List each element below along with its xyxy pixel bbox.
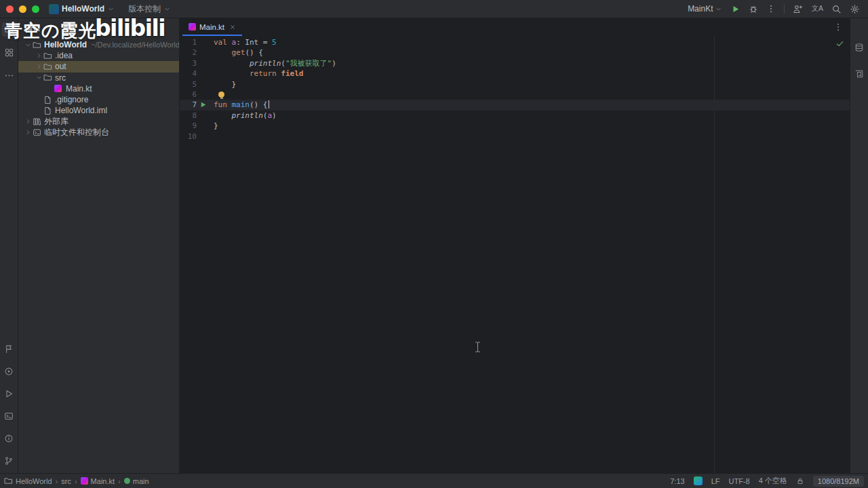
code-line-9[interactable]: 9}: [180, 121, 850, 131]
translate-icon[interactable]: 文A: [811, 4, 823, 14]
version-control-tool-window-icon[interactable]: [2, 453, 16, 468]
line-number: 6: [192, 89, 197, 100]
chevron-right-icon[interactable]: [24, 118, 33, 125]
kotlin-file-icon: [189, 23, 196, 30]
statusbar: HelloWorld›src›Main.kt›main 7:13 LF UTF-…: [0, 473, 868, 488]
memory-indicator[interactable]: 1080/8192M: [813, 476, 864, 487]
code-line-2[interactable]: 2 get() {: [180, 47, 850, 58]
code-text: println(a): [214, 110, 850, 121]
debug-button[interactable]: [749, 4, 758, 14]
breadcrumb-src[interactable]: src: [61, 477, 71, 485]
text-caret: [269, 100, 270, 108]
lock-icon[interactable]: [796, 477, 804, 485]
project-widget[interactable]: HelloWorld: [45, 2, 119, 16]
code-line-8[interactable]: 8 println(a): [180, 110, 850, 121]
vcs-label: 版本控制: [128, 3, 161, 15]
breadcrumb-label: src: [61, 477, 71, 485]
code-line-5[interactable]: 5 }: [180, 79, 850, 89]
line-number: 10: [188, 131, 197, 142]
chevron-down-icon[interactable]: [35, 74, 43, 81]
right-tool-strip: [850, 18, 868, 473]
close-window-button[interactable]: [6, 5, 14, 13]
problems-tool-window-icon[interactable]: [2, 431, 16, 445]
run-gutter-icon[interactable]: [199, 101, 207, 108]
breadcrumb-main[interactable]: main: [124, 477, 149, 485]
intention-bulb-icon[interactable]: [218, 92, 224, 98]
chevron-right-icon[interactable]: [24, 129, 33, 136]
settings-gear-icon[interactable]: [850, 4, 860, 14]
tree-item--[interactable]: 临时文件和控制台: [18, 127, 179, 138]
code-editor[interactable]: 1val a: Int = 52 get() {3 println("我被获取了…: [180, 36, 850, 473]
tree-item-label: src: [55, 73, 66, 83]
tree-item--[interactable]: 外部库: [18, 116, 179, 127]
code-with-me-icon[interactable]: [793, 4, 803, 14]
code-text: [214, 131, 850, 142]
line-number: 9: [192, 121, 197, 131]
tree-item-src[interactable]: src: [18, 73, 179, 83]
tree-item-out[interactable]: out: [18, 61, 179, 72]
editor-options-icon[interactable]: [833, 22, 843, 32]
project-tool-window-icon[interactable]: [2, 22, 16, 37]
breadcrumb-helloworld[interactable]: HelloWorld: [4, 476, 52, 485]
line-number: 5: [192, 79, 197, 89]
chevron-right-icon[interactable]: [35, 63, 43, 70]
run-button[interactable]: [730, 4, 741, 14]
tree-item-label: out: [55, 62, 66, 71]
folder-icon: [4, 476, 13, 485]
inspections-ok-icon[interactable]: [835, 39, 844, 48]
line-separator[interactable]: LF: [711, 477, 720, 485]
code-text: }: [214, 121, 850, 131]
left-strip-top: [2, 22, 16, 83]
bookmarks-tool-window-icon[interactable]: [2, 342, 16, 356]
tree-item-helloworld.iml[interactable]: HelloWorld.iml: [18, 105, 179, 116]
input-method-icon[interactable]: [694, 476, 703, 485]
line-number: 2: [192, 47, 197, 58]
cursor-position[interactable]: 7:13: [670, 477, 684, 485]
run-tool-window-icon[interactable]: [2, 386, 16, 401]
file-encoding[interactable]: UTF-8: [728, 477, 749, 485]
kotlin-icon: [81, 477, 88, 485]
maximize-window-button[interactable]: [32, 5, 39, 13]
search-icon[interactable]: [831, 4, 842, 14]
code-line-1[interactable]: 1val a: Int = 5: [180, 37, 850, 47]
run-config-widget[interactable]: MainKt: [688, 4, 722, 14]
project-tree: HelloWorld~/Dev.localized/HelloWorld.ide…: [18, 37, 179, 138]
database-tool-window-icon[interactable]: [852, 40, 867, 54]
code-line-10[interactable]: 10: [180, 131, 850, 142]
code-line-6[interactable]: 6: [180, 89, 850, 100]
project-path: ~/Dev.localized/HelloWorld: [91, 41, 179, 49]
breadcrumb-main.kt[interactable]: Main.kt: [81, 477, 115, 485]
tree-item-main.kt[interactable]: Main.kt: [18, 83, 179, 94]
chevron-right-icon[interactable]: [35, 52, 43, 60]
code-text: println("我被获取了"): [214, 58, 850, 68]
more-run-options-icon[interactable]: [766, 4, 776, 14]
run-console-tool-window-icon[interactable]: [2, 364, 16, 378]
method-icon: [124, 478, 130, 484]
indent-setting[interactable]: 4 个空格: [759, 476, 787, 486]
minimize-window-button[interactable]: [19, 5, 26, 13]
tree-item-.idea[interactable]: .idea: [18, 50, 179, 61]
tab-main-kt[interactable]: Main.kt: [182, 18, 242, 36]
gutter: 7: [180, 100, 214, 110]
titlebar-right: MainKt 文A: [688, 4, 868, 14]
more-tool-windows-icon[interactable]: [2, 68, 16, 83]
terminal-tool-window-icon[interactable]: [2, 409, 16, 423]
left-tool-strip: [0, 18, 18, 473]
ai-assistant-tool-window-icon[interactable]: [852, 66, 867, 81]
close-tab-icon[interactable]: [229, 24, 236, 30]
code-line-7[interactable]: 7fun main() {: [180, 100, 850, 110]
tree-item-helloworld[interactable]: HelloWorld~/Dev.localized/HelloWorld: [18, 39, 179, 50]
code-line-4[interactable]: 4 return field: [180, 68, 850, 79]
structure-tool-window-icon[interactable]: [2, 45, 16, 60]
breadcrumbs: HelloWorld›src›Main.kt›main: [4, 476, 149, 485]
tree-item-.gitignore[interactable]: .gitignore: [18, 94, 179, 105]
chevron-down-icon: [715, 5, 722, 13]
chevron-down-icon[interactable]: [24, 41, 33, 49]
statusbar-right: 7:13 LF UTF-8 4 个空格 1080/8192M: [670, 476, 864, 487]
tree-item-label: HelloWorld.iml: [55, 106, 107, 115]
vcs-widget[interactable]: 版本控制: [124, 1, 175, 17]
code-line-3[interactable]: 3 println("我被获取了"): [180, 58, 850, 68]
code-text: return field: [214, 68, 850, 79]
project-panel-header[interactable]: 项目: [18, 18, 179, 37]
window-controls: [0, 5, 45, 13]
